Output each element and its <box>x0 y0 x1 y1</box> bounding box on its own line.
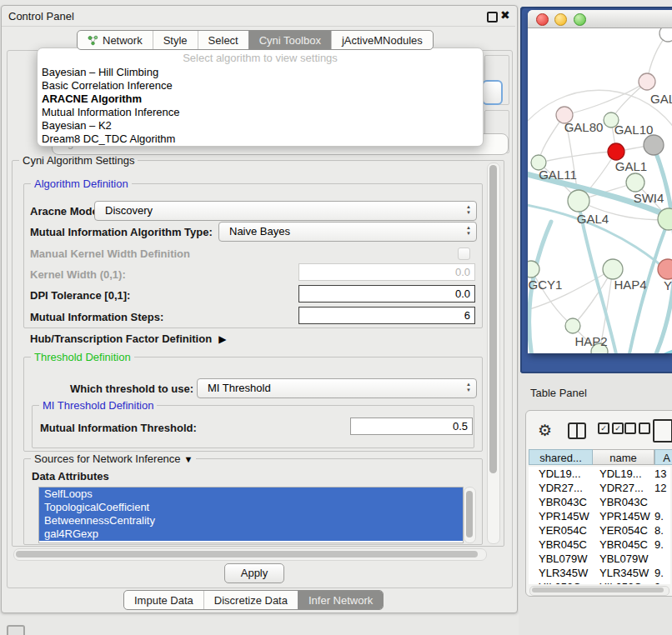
network-view-window[interactable]: GALGAL80GAL10GAL1SWI4GAL11GAL4GCY1HAP4YH… <box>528 10 672 353</box>
table-cell: 12 <box>651 481 670 495</box>
table-row[interactable]: YBL079WYBL079W <box>529 552 670 566</box>
group-title: MI Threshold Definition <box>39 399 157 412</box>
algorithm-option[interactable]: Basic Correlation Inference <box>38 79 483 92</box>
tab-network[interactable]: Network <box>78 31 153 49</box>
table-row[interactable]: YBR045CYBR045C9. <box>529 538 670 552</box>
table-cell: YBR043C <box>529 495 593 509</box>
network-edge <box>564 82 647 115</box>
network-node[interactable] <box>658 259 672 279</box>
network-node[interactable] <box>626 173 644 192</box>
group-title: Cyni Algorithm Settings <box>19 154 138 167</box>
select-all-icon[interactable]: ✓✓ <box>598 422 624 434</box>
table-row[interactable]: YDR27...YDR27...12 <box>529 481 670 495</box>
stepper-icon: ▲▼ <box>466 382 471 393</box>
column-header[interactable]: name <box>593 449 654 465</box>
table-row[interactable]: YBR043CYBR043C <box>529 495 670 509</box>
network-edge <box>539 152 616 162</box>
mi-steps-label: Mutual Information Steps: <box>30 311 163 323</box>
tab-jactivemnodules[interactable]: jActiveMNodules <box>331 31 433 49</box>
table-cell: 8. <box>651 523 670 538</box>
column-header[interactable]: A <box>654 449 672 465</box>
aracne-mode-select[interactable]: Discovery ▲▼ <box>94 201 477 221</box>
network-window-titlebar[interactable] <box>528 10 672 28</box>
split-columns-icon[interactable] <box>568 422 586 439</box>
aracne-mode-label: Aracne Mode: <box>30 205 102 218</box>
table-row[interactable]: YDL19...YDL19...13 <box>529 467 670 481</box>
attribute-item[interactable]: TopologicalCoefficient <box>39 501 463 514</box>
algorithm-option[interactable]: Bayesian – Hill Climbing <box>38 66 483 79</box>
table-cell <box>651 552 670 566</box>
close-icon[interactable]: ✖ <box>500 8 510 22</box>
data-attributes-label: Data Attributes <box>32 470 109 482</box>
tab-cyni-toolbox[interactable]: Cyni Toolbox <box>248 31 331 49</box>
tab-infer-network[interactable]: Infer Network <box>298 591 383 609</box>
dropdown-placeholder: Select algorithm to view settings <box>38 48 483 66</box>
network-node[interactable] <box>568 190 589 212</box>
apply-button[interactable]: Apply <box>224 563 284 583</box>
table-cell: YLR345W <box>529 566 593 580</box>
mi-threshold-field[interactable] <box>350 418 473 435</box>
mi-type-label: Mutual Information Algorithm Type: <box>30 226 213 238</box>
network-node[interactable] <box>565 318 580 333</box>
algorithm-option[interactable]: Bayesian – K2 <box>38 119 483 132</box>
attribute-item[interactable]: SelfLoops <box>39 488 463 501</box>
table-cell: YBR045C <box>529 538 593 552</box>
kernel-width-field[interactable] <box>298 263 475 281</box>
tab-style[interactable]: Style <box>153 31 198 49</box>
attribute-item[interactable]: BetweennessCentrality <box>39 514 463 528</box>
node-label: GCY1 <box>529 278 563 292</box>
table-row[interactable]: YLR345WYLR345W9. <box>529 566 670 580</box>
close-traffic-light-icon[interactable] <box>536 13 549 26</box>
gear-icon[interactable]: ⚙ <box>538 422 552 439</box>
table-cell: YPR145W <box>593 509 651 523</box>
table-row[interactable]: YPR145WYPR145W9. <box>529 509 670 523</box>
which-threshold-select[interactable]: MI Threshold ▲▼ <box>197 378 477 398</box>
mi-type-value: Naive Bayes <box>229 225 290 238</box>
network-node[interactable] <box>608 143 624 160</box>
network-node[interactable] <box>644 135 664 155</box>
group-title: Sources for Network Inference▼ <box>31 452 196 465</box>
dpi-tolerance-field[interactable] <box>298 285 475 302</box>
table-cell: YBR045C <box>593 538 651 552</box>
table-row[interactable]: YER054CYER054C8. <box>529 523 670 538</box>
network-canvas[interactable]: GALGAL80GAL10GAL1SWI4GAL11GAL4GCY1HAP4YH… <box>528 28 672 353</box>
bottom-tab-bar: Impute DataDiscretize DataInfer Network <box>123 590 384 610</box>
tab-discretize-data[interactable]: Discretize Data <box>203 591 298 609</box>
panel-corner-widget[interactable] <box>7 625 25 635</box>
manual-kernel-checkbox[interactable] <box>458 248 470 260</box>
table-cell: 9. <box>651 538 670 552</box>
group-title: Threshold Definition <box>31 351 134 363</box>
attribute-item[interactable]: gal4RGexp <box>39 528 463 541</box>
algorithm-option[interactable]: Mutual Information Inference <box>38 106 483 119</box>
settings-horizontal-scrollbar[interactable] <box>13 548 487 561</box>
new-table-icon[interactable] <box>653 419 672 442</box>
attributes-scrollbar[interactable] <box>464 487 476 543</box>
settings-vertical-scrollbar[interactable] <box>487 162 500 544</box>
hub-definition-toggle[interactable]: Hub/Transcription Factor Definition▶ <box>30 332 226 345</box>
node-label: SWI4 <box>634 191 664 205</box>
zoom-traffic-light-icon[interactable] <box>574 13 586 26</box>
table-panel-title: Table Panel <box>530 387 587 399</box>
algorithm-option[interactable]: ARACNE Algorithm <box>38 92 483 106</box>
group-title: Algorithm Definition <box>31 178 132 190</box>
table-cell: YIL052C <box>529 580 593 584</box>
table-row[interactable]: YIL052CYIL052C9 <box>529 580 670 584</box>
minimize-traffic-light-icon[interactable] <box>554 13 567 26</box>
algorithm-combo-fragment[interactable] <box>482 80 503 105</box>
network-node[interactable] <box>659 28 672 42</box>
network-node[interactable] <box>603 259 623 279</box>
algorithm-option[interactable]: Dream8 DC_TDC Algorithm <box>38 132 483 146</box>
deselect-all-icon[interactable] <box>624 422 650 434</box>
network-node[interactable] <box>528 261 539 278</box>
table-cell: YDL19... <box>529 467 593 481</box>
mi-steps-field[interactable] <box>298 307 475 324</box>
table-horizontal-scrollbar[interactable] <box>529 586 669 596</box>
tab-impute-data[interactable]: Impute Data <box>124 591 203 609</box>
float-window-icon[interactable] <box>487 12 498 22</box>
mi-type-select[interactable]: Naive Bayes ▲▼ <box>218 222 477 242</box>
hub-definition-label: Hub/Transcription Factor Definition <box>30 332 212 345</box>
node-label: HAP4 <box>614 278 646 292</box>
tab-select[interactable]: Select <box>198 31 248 49</box>
network-node[interactable] <box>639 73 655 90</box>
column-header[interactable]: shared... <box>529 449 593 465</box>
